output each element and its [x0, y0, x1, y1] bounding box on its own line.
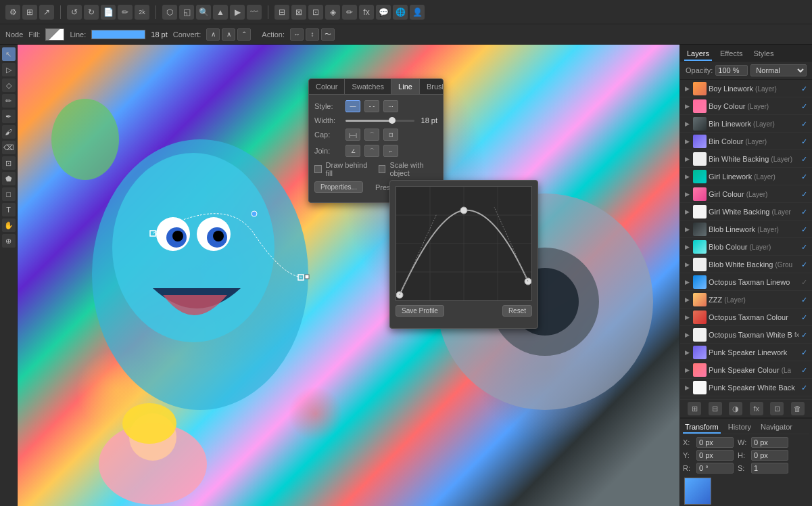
layer-girl-linework[interactable]: ▶ Girl Linework (Layer) ✓ [680, 168, 812, 185]
vector-tool[interactable]: ▷ [2, 63, 16, 76]
eraser-tool[interactable]: ⌫ [2, 141, 16, 154]
pen-icon[interactable]: ✏ [118, 5, 133, 20]
expand-icon[interactable]: ▶ [683, 296, 691, 304]
expand-icon[interactable]: ▶ [683, 313, 691, 321]
zoom-tool-left[interactable]: ⊕ [2, 234, 16, 248]
settings-icon[interactable]: ⚙ [5, 5, 20, 20]
layer-visibility[interactable]: ✓ [801, 296, 809, 304]
delete-layer-button[interactable]: 🗑 [791, 402, 805, 415]
share-icon[interactable]: ↗ [39, 5, 54, 20]
expand-icon[interactable]: ▶ [683, 85, 691, 93]
cap-btn-square[interactable]: ⊡ [383, 129, 398, 141]
shape-tool[interactable]: □ [2, 187, 16, 201]
tab-navigator[interactable]: Navigator [759, 421, 794, 434]
style-btn-solid[interactable]: — [345, 100, 360, 112]
layer-visibility[interactable]: ✓ [801, 384, 809, 392]
layer-visibility[interactable]: ✓ [801, 243, 809, 251]
layer-visibility[interactable]: ✓ [801, 208, 809, 216]
layer-bin-colour[interactable]: ▶ Bin Colour (Layer) ✓ [680, 133, 812, 150]
draw-behind-checkbox[interactable] [314, 165, 322, 173]
layer-visibility[interactable]: ✓ [801, 102, 809, 110]
adjustment-button[interactable]: ◑ [729, 402, 742, 415]
layer-visibility[interactable]: ✓ [801, 120, 809, 128]
layer-visibility[interactable]: ✓ [801, 190, 809, 198]
canvas-area[interactable]: Colour Swatches Line Brushes Style: — - … [18, 45, 679, 506]
scale-with-object-checkbox[interactable] [379, 165, 386, 173]
transform-icon[interactable]: ◱ [179, 5, 194, 20]
layer-oct-colour[interactable]: ▶ Octopus Taxman Colour ✓ [680, 308, 812, 326]
undo-icon[interactable]: ↺ [67, 5, 82, 20]
layer-visibility[interactable]: ✓ [801, 348, 809, 356]
layer-punk-white[interactable]: ▶ Punk Speaker White Back ✓ [680, 379, 812, 396]
layer-visibility[interactable]: ✓ [801, 260, 809, 269]
layer-punk-linework[interactable]: ▶ Punk Speaker Linework ✓ [680, 344, 812, 361]
mask-button[interactable]: ⊟ [709, 402, 722, 415]
layer-blob-linework[interactable]: ▶ Blob Linework (Layer) ✓ [680, 221, 812, 238]
layer-visibility[interactable]: ✓ [801, 331, 809, 339]
s-input[interactable] [751, 463, 788, 474]
zoom-icon[interactable]: 🔍 [196, 5, 211, 20]
layer-visibility[interactable]: ✓ [801, 313, 809, 321]
wave-icon[interactable]: 〰 [247, 5, 262, 20]
layer-girl-white[interactable]: ▶ Girl White Backing (Layer ✓ [680, 203, 812, 221]
convert-btn-3[interactable]: ⌃ [237, 28, 251, 41]
pencil-tool[interactable]: ✏ [2, 94, 16, 108]
grid-icon[interactable]: ⊞ [22, 5, 37, 20]
blend-mode-select[interactable]: Normal [750, 64, 807, 76]
cap-btn-round[interactable]: ⌒ [364, 129, 379, 141]
expand-icon[interactable]: ▶ [683, 208, 691, 216]
layer-punk-colour[interactable]: ▶ Punk Speaker Colour (La ✓ [680, 361, 812, 379]
globe-icon[interactable]: 🌐 [393, 5, 408, 20]
layer-oct-white[interactable]: ▶ Octopus Taxman White B fx ✓ [680, 326, 812, 344]
play-icon[interactable]: ▶ [230, 5, 245, 20]
layer-oct-linework[interactable]: ▶ Octopus Taxman Linewo ✓ [680, 273, 812, 291]
layer-visibility[interactable]: ✓ [801, 85, 809, 93]
save-profile-button[interactable]: Save Profile [396, 305, 444, 317]
layer-boy-linework[interactable]: ▶ Boy Linework (Layer) ✓ [680, 80, 812, 97]
layer-visibility[interactable]: ✓ [801, 366, 809, 374]
layer-bin-linework[interactable]: ▶ Bin Linework (Layer) ✓ [680, 115, 812, 133]
expand-icon[interactable]: ▶ [683, 243, 691, 251]
layer-visibility[interactable]: ✓ [801, 172, 809, 181]
action-btn-1[interactable]: ↔ [290, 28, 304, 41]
expand-icon[interactable]: ▶ [683, 278, 691, 286]
fill-swatch[interactable] [45, 28, 64, 41]
expand-icon[interactable]: ▶ [683, 366, 691, 374]
person-icon[interactable]: 👤 [410, 5, 425, 20]
layer-blob-colour[interactable]: ▶ Blob Colour (Layer) ✓ [680, 238, 812, 256]
convert-btn-1[interactable]: ∧ [206, 28, 220, 41]
tab-styles[interactable]: Styles [750, 47, 776, 61]
width-slider[interactable] [345, 120, 414, 122]
layers-icon[interactable]: ⊟ [274, 5, 289, 20]
action-btn-2[interactable]: ↕ [306, 28, 319, 41]
style-btn-dash[interactable]: - - [364, 100, 379, 112]
hand-tool[interactable]: ✋ [2, 218, 16, 232]
style-btn-dot[interactable]: ··· [383, 100, 398, 112]
layer-visibility[interactable]: ✓ [801, 137, 809, 145]
duplicate-button[interactable]: ⊡ [770, 402, 784, 415]
expand-icon[interactable]: ▶ [683, 348, 691, 356]
layer-visibility[interactable]: ✓ [801, 225, 809, 233]
expand-icon[interactable]: ▶ [683, 120, 691, 128]
tab-line[interactable]: Line [391, 79, 420, 94]
expand-icon[interactable]: ▶ [683, 137, 691, 145]
tab-brushes[interactable]: Brushes [420, 79, 443, 94]
x-input[interactable] [696, 437, 734, 448]
expand-icon[interactable]: ▶ [683, 384, 691, 392]
layer-boy-colour[interactable]: ▶ Boy Colour (Layer) ✓ [680, 97, 812, 115]
join-btn-bevel[interactable]: ⌐ [383, 145, 398, 157]
r-input[interactable] [696, 463, 734, 474]
reset-button[interactable]: Reset [502, 305, 532, 317]
brush-icon[interactable]: ✏ [342, 5, 357, 20]
expand-icon[interactable]: ▶ [683, 102, 691, 110]
twok-icon[interactable]: 2k [135, 5, 149, 20]
tab-swatches[interactable]: Swatches [345, 79, 391, 94]
expand-icon[interactable]: ▶ [683, 190, 691, 198]
tab-effects[interactable]: Effects [717, 47, 745, 61]
brush-tool[interactable]: 🖌 [2, 125, 16, 139]
cap-btn-butt[interactable]: |—| [345, 129, 360, 141]
expand-icon[interactable]: ▶ [683, 225, 691, 233]
convert-btn-2[interactable]: ∧ [222, 28, 235, 41]
layer-visibility[interactable]: ✓ [801, 155, 809, 163]
expand-icon[interactable]: ▶ [683, 260, 691, 269]
